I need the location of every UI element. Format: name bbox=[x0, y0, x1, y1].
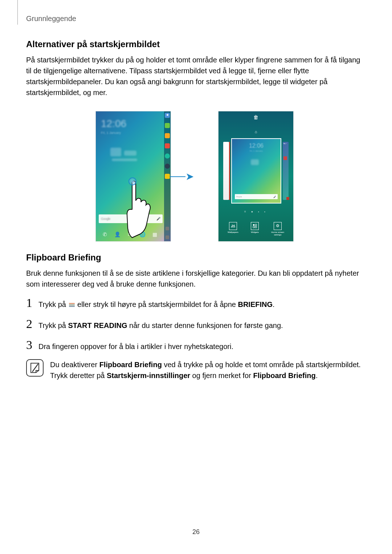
clock-text: 12:06 bbox=[101, 118, 126, 130]
touch-indicator bbox=[128, 177, 136, 185]
panel-mic-icon: 🎤 bbox=[273, 196, 276, 198]
hand-gesture bbox=[126, 180, 166, 238]
step-3: 3 Dra fingeren oppover for å bla i artik… bbox=[26, 338, 363, 352]
svg-rect-2 bbox=[255, 224, 257, 226]
wallpapers-label: Wallpapers bbox=[228, 231, 238, 234]
step-2-text: Trykk på START READING når du starter de… bbox=[38, 319, 283, 331]
edge-settings-icon bbox=[166, 227, 169, 230]
home-settings-action: ⚙ Home screen settings bbox=[271, 222, 284, 236]
step-3-text: Dra fingeren oppover for å bla i artikle… bbox=[38, 340, 233, 352]
note-text: Du deaktiverer Flipboard Briefing ved å … bbox=[50, 359, 363, 381]
svg-rect-3 bbox=[253, 226, 254, 228]
note-icon bbox=[26, 359, 44, 377]
arrow-icon: ➤ bbox=[185, 171, 204, 182]
section-heading-alternatives: Alternativer på startskjermbildet bbox=[26, 39, 363, 49]
contacts-icon: 👤 bbox=[114, 231, 121, 238]
step-2: 2 Trykk på START READING når du starter … bbox=[26, 317, 363, 331]
svg-rect-1 bbox=[253, 224, 254, 226]
panel-carousel: 12:06 Fri, 1 January People 🎤 My f bbox=[219, 137, 293, 205]
wallpapers-icon bbox=[229, 222, 237, 230]
step-number-3: 3 bbox=[26, 338, 38, 352]
panel-search: People 🎤 bbox=[235, 194, 278, 199]
weather-icon bbox=[110, 148, 121, 156]
svg-rect-4 bbox=[255, 226, 257, 228]
panel-weather bbox=[251, 159, 259, 165]
edge-camera-icon bbox=[165, 164, 170, 169]
edge-star-icon: ★ bbox=[165, 113, 170, 118]
arrow-container: ➤ bbox=[185, 171, 204, 182]
home-indicator-icon: ⌂ bbox=[219, 130, 293, 134]
widgets-icon bbox=[251, 222, 259, 230]
section-body-alternatives: På startskjermbildet trykker du på og ho… bbox=[26, 54, 363, 98]
margin-rule bbox=[17, 0, 18, 25]
edge-more-icon bbox=[166, 235, 169, 239]
panel-right: My f bbox=[283, 142, 289, 200]
panel-left-strip bbox=[229, 142, 230, 200]
google-label: Google bbox=[101, 217, 110, 221]
step-number-1: 1 bbox=[26, 296, 38, 310]
edge-contact-icon bbox=[165, 133, 170, 138]
phone-icon: ✆ bbox=[101, 231, 109, 238]
step-number-2: 2 bbox=[26, 317, 38, 331]
page-indicator: ≡ ● • • bbox=[219, 210, 293, 213]
wallpapers-action: Wallpapers bbox=[228, 222, 238, 236]
widgets-label: Widgets bbox=[251, 231, 259, 234]
page-number: 26 bbox=[0, 528, 392, 536]
edge-gallery-icon bbox=[165, 174, 170, 179]
screenshot-after: 🗑 ⌂ 12:06 Fri, 1 January People 🎤 My f bbox=[218, 111, 294, 242]
svg-point-0 bbox=[232, 225, 233, 225]
steps-list: 1 Trykk på eller stryk til høyre på star… bbox=[26, 296, 363, 352]
weather-text bbox=[124, 151, 136, 156]
panel-right-notif bbox=[286, 197, 289, 200]
edge-phone-icon bbox=[165, 123, 170, 128]
date-text: Fri, 1 January bbox=[101, 131, 121, 135]
edge-mail-icon bbox=[165, 143, 170, 148]
panel-main: 12:06 Fri, 1 January People 🎤 bbox=[231, 138, 281, 204]
panel-date: Fri, 1 January bbox=[232, 150, 281, 152]
edge-browser-icon bbox=[165, 153, 170, 159]
figure-row: 12:06 Fri, 1 January Google 🎤 ✆ 👤 ✉ 🌐 ▦ … bbox=[26, 111, 363, 242]
briefing-inline-icon bbox=[69, 303, 75, 308]
screenshot-before: 12:06 Fri, 1 January Google 🎤 ✆ 👤 ✉ 🌐 ▦ … bbox=[95, 111, 171, 242]
settings-label-2: settings bbox=[274, 234, 282, 236]
trash-icon: 🗑 bbox=[219, 114, 293, 120]
step-1-text: Trykk på eller stryk til høyre på starts… bbox=[38, 298, 275, 310]
running-header: Grunnleggende bbox=[26, 15, 76, 23]
page-content: Alternativer på startskjermbildet På sta… bbox=[26, 39, 363, 381]
home-edit-actions: Wallpapers Widgets ⚙ Home screen setting… bbox=[219, 222, 293, 236]
section-heading-flipboard: Flipboard Briefing bbox=[26, 253, 363, 263]
note: Du deaktiverer Flipboard Briefing ved å … bbox=[26, 359, 363, 381]
widgets-action: Widgets bbox=[251, 222, 259, 236]
step-1: 1 Trykk på eller stryk til høyre på star… bbox=[26, 296, 363, 310]
panel-left bbox=[223, 142, 229, 200]
settings-label-1: Home screen bbox=[271, 231, 284, 234]
section-body-flipboard: Bruk denne funksjonen til å se de siste … bbox=[26, 268, 363, 290]
settings-icon: ⚙ bbox=[274, 222, 282, 230]
panel-search-label: People bbox=[236, 196, 242, 198]
panel-clock: 12:06 bbox=[232, 143, 281, 149]
weather-sub bbox=[112, 159, 137, 161]
